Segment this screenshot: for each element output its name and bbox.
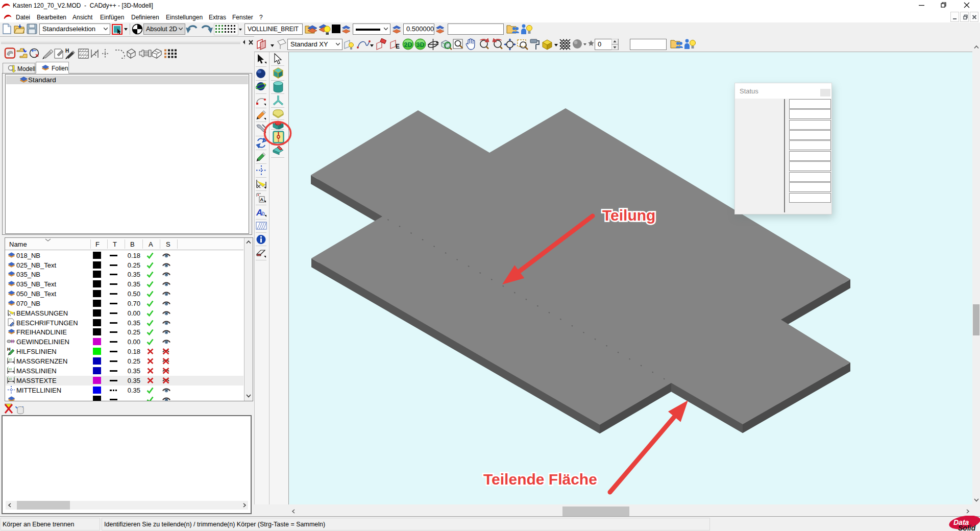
svg-text:3D: 3D: [416, 41, 425, 49]
svg-text:A: A: [260, 197, 264, 202]
svg-text:H: H: [7, 347, 11, 352]
svg-text:10: 10: [9, 377, 12, 380]
svg-text:2D: 2D: [404, 41, 412, 49]
svg-text:Teilung: Teilung: [602, 207, 655, 224]
svg-text:Teilende Fläche: Teilende Fläche: [483, 471, 597, 488]
svg-text:10: 10: [9, 368, 12, 371]
svg-text:H: H: [65, 48, 69, 54]
svg-text:Solid: Solid: [958, 524, 976, 531]
svg-text:E: E: [396, 43, 400, 50]
svg-text:10: 10: [9, 358, 12, 361]
svg-text:b: b: [262, 211, 265, 216]
